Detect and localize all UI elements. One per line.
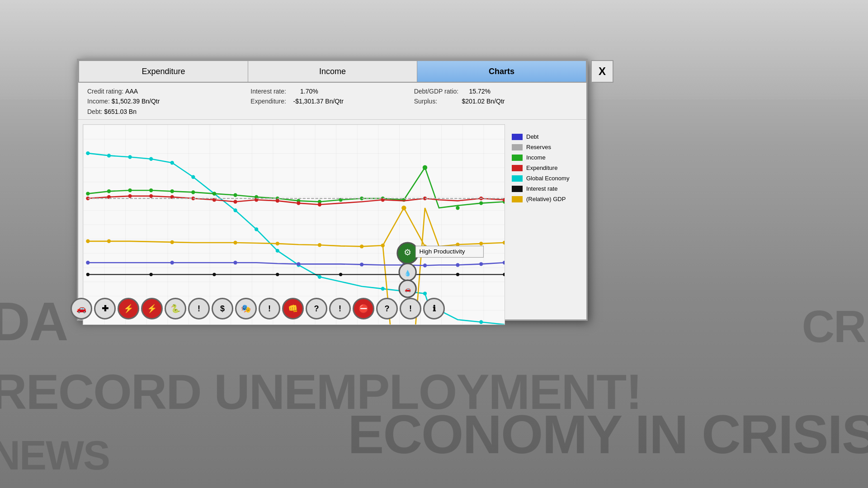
svg-point-66 bbox=[170, 261, 174, 264]
newspaper-text-1: DA bbox=[0, 290, 67, 352]
event-icon-8[interactable]: ! bbox=[259, 298, 280, 319]
income-row: Income: $1,502.39 Bn/Qtr bbox=[87, 96, 250, 106]
close-button[interactable]: X bbox=[591, 60, 613, 83]
event-icon-1[interactable]: ✚ bbox=[94, 298, 116, 319]
event-icon-10[interactable]: ? bbox=[306, 298, 327, 319]
tab-charts[interactable]: Charts bbox=[417, 60, 586, 82]
svg-point-79 bbox=[339, 273, 342, 276]
svg-point-57 bbox=[318, 243, 321, 247]
svg-point-59 bbox=[381, 244, 385, 247]
event-icon-7[interactable]: 🎭 bbox=[235, 298, 257, 319]
svg-point-17 bbox=[107, 189, 111, 193]
svg-point-12 bbox=[318, 275, 321, 279]
legend-color-reserves bbox=[512, 144, 523, 150]
debt-label: Debt: bbox=[87, 108, 102, 115]
tab-bar: Expenditure Income Charts bbox=[78, 60, 586, 83]
legend-interest-rate: Interest rate bbox=[512, 185, 580, 192]
svg-point-10 bbox=[276, 249, 279, 253]
event-icon-3[interactable]: ⚡ bbox=[141, 298, 163, 319]
debt-gdp-value: 15.72% bbox=[469, 88, 491, 95]
surplus-row: Surplus: $201.02 Bn/Qtr bbox=[414, 96, 577, 106]
legend-color-relative-gdp bbox=[512, 196, 523, 202]
legend-label-income: Income bbox=[526, 154, 546, 161]
svg-point-60 bbox=[401, 206, 406, 211]
svg-point-52 bbox=[86, 239, 90, 243]
event-icon-5[interactable]: ! bbox=[188, 298, 210, 319]
surplus-label: Surplus: bbox=[414, 98, 437, 105]
interest-rate-value: 1.70% bbox=[300, 88, 318, 95]
event-icon-14[interactable]: ! bbox=[400, 298, 421, 319]
svg-point-2 bbox=[107, 154, 111, 157]
svg-point-22 bbox=[212, 192, 216, 196]
svg-point-33 bbox=[456, 206, 459, 210]
svg-point-63 bbox=[479, 242, 483, 245]
legend-label-reserves: Reserves bbox=[526, 144, 551, 150]
svg-point-20 bbox=[170, 189, 174, 193]
svg-point-56 bbox=[276, 242, 279, 245]
svg-point-67 bbox=[233, 261, 237, 264]
legend-color-debt bbox=[512, 134, 523, 140]
debt-gdp-row: Debt/GDP ratio: 15.72% bbox=[414, 86, 577, 96]
svg-point-46 bbox=[297, 202, 300, 205]
legend-label-interest-rate: Interest rate bbox=[526, 185, 557, 192]
svg-point-73 bbox=[479, 262, 483, 266]
legend-label-expenditure: Expenditure bbox=[526, 164, 557, 171]
svg-text:💧: 💧 bbox=[404, 270, 411, 277]
event-icon-15[interactable]: ℹ bbox=[423, 298, 445, 319]
stats-bar: Credit rating: AAA Income: $1,502.39 Bn/… bbox=[78, 83, 586, 120]
svg-point-53 bbox=[107, 239, 111, 243]
legend-relative-gdp: (Relative) GDP bbox=[512, 196, 580, 202]
event-icon-12[interactable]: ⛔ bbox=[353, 298, 374, 319]
svg-point-5 bbox=[170, 161, 174, 164]
event-icon-0[interactable]: 🚗 bbox=[71, 298, 92, 319]
svg-point-81 bbox=[456, 273, 459, 276]
legend-expenditure: Expenditure bbox=[512, 164, 580, 171]
interest-rate-label: Interest rate: bbox=[250, 88, 286, 95]
credit-rating-row: Credit rating: AAA bbox=[87, 86, 250, 96]
event-icon-6[interactable]: $ bbox=[212, 298, 233, 319]
svg-point-6 bbox=[191, 175, 195, 179]
surplus-value: $201.02 Bn/Qtr bbox=[462, 98, 505, 105]
legend-label-debt: Debt bbox=[526, 133, 538, 140]
legend-income: Income bbox=[512, 154, 580, 161]
event-icon-13[interactable]: ? bbox=[376, 298, 398, 319]
legend-debt: Debt bbox=[512, 133, 580, 140]
event-icon-9[interactable]: 👊 bbox=[282, 298, 304, 319]
svg-point-23 bbox=[233, 193, 237, 197]
event-icon-2[interactable]: ⚡ bbox=[118, 298, 139, 319]
legend-global-economy: Global Economy bbox=[512, 175, 580, 182]
debt-row: Debt: $651.03 Bn bbox=[87, 107, 250, 117]
expenditure-label: Expenditure: bbox=[250, 98, 286, 105]
svg-point-68 bbox=[297, 262, 300, 266]
svg-point-71 bbox=[423, 263, 427, 267]
svg-point-4 bbox=[149, 157, 153, 161]
svg-point-19 bbox=[149, 188, 153, 192]
event-icon-4[interactable]: 🐍 bbox=[165, 298, 186, 319]
legend-color-interest-rate bbox=[512, 186, 523, 192]
event-icon-11[interactable]: ! bbox=[329, 298, 351, 319]
debt-value: $651.03 Bn bbox=[104, 108, 137, 115]
svg-point-47 bbox=[318, 203, 321, 206]
svg-point-34 bbox=[479, 202, 483, 205]
legend-reserves: Reserves bbox=[512, 144, 580, 150]
svg-point-58 bbox=[360, 244, 363, 248]
expenditure-row: Expenditure: -$1,301.37 Bn/Qtr bbox=[250, 96, 414, 106]
svg-point-13 bbox=[381, 287, 385, 291]
stat-group-right: Debt/GDP ratio: 15.72% Surplus: $201.02 … bbox=[414, 86, 577, 117]
newspaper-text-3: NEWS bbox=[0, 432, 109, 479]
newspaper-text-5: ECONOMY IN CRISIS bbox=[348, 403, 868, 465]
svg-point-18 bbox=[128, 188, 132, 192]
tab-expenditure[interactable]: Expenditure bbox=[78, 60, 248, 82]
svg-point-45 bbox=[276, 199, 279, 202]
svg-point-32 bbox=[423, 165, 427, 170]
svg-point-54 bbox=[170, 240, 174, 244]
stat-group-middle: Interest rate: 1.70% Expenditure: -$1,30… bbox=[250, 86, 414, 117]
tab-income[interactable]: Income bbox=[248, 60, 417, 82]
legend-color-expenditure bbox=[512, 165, 523, 171]
svg-point-72 bbox=[456, 263, 459, 267]
interest-rate-row: Interest rate: 1.70% bbox=[250, 86, 414, 96]
svg-point-15 bbox=[479, 320, 483, 324]
svg-text:⚙: ⚙ bbox=[404, 248, 411, 257]
svg-point-55 bbox=[233, 241, 237, 244]
svg-point-8 bbox=[233, 208, 237, 212]
